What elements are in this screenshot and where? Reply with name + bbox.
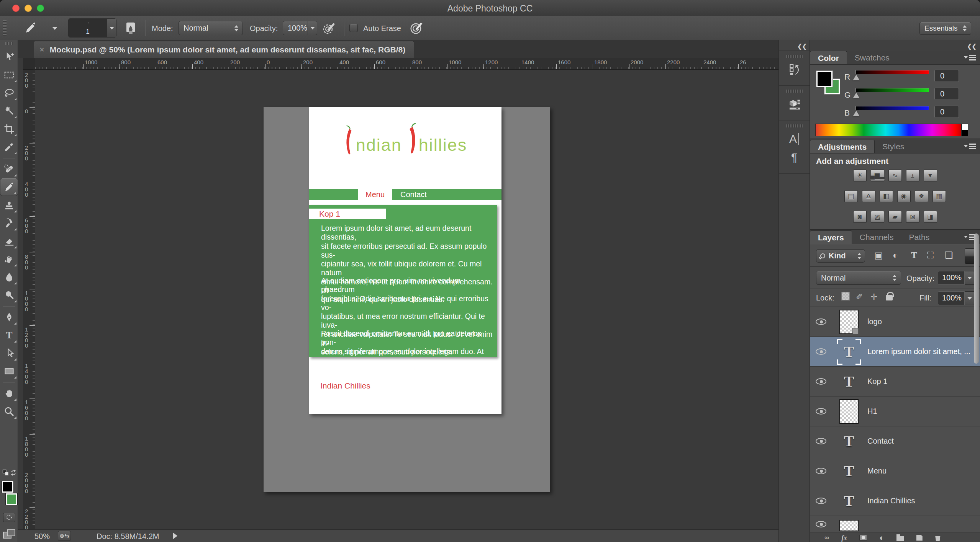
pixel-layer-filter-icon[interactable]: ▣	[874, 250, 883, 261]
rectangle-tool[interactable]	[0, 362, 18, 380]
history-brush-tool[interactable]	[0, 214, 18, 232]
auto-erase-checkbox[interactable]	[349, 24, 358, 32]
layer-visibility-cell[interactable]	[810, 307, 832, 336]
crop-tool[interactable]	[0, 120, 18, 138]
move-tool[interactable]	[0, 48, 18, 66]
threshold-icon[interactable]: ▰	[888, 211, 902, 223]
mode-dropdown[interactable]: Normal	[179, 21, 243, 35]
tool-preset-picker-icon[interactable]	[123, 21, 138, 37]
channel-gradient-slider[interactable]	[855, 88, 929, 92]
lock-position-icon[interactable]: ✛	[870, 292, 877, 302]
channel-value[interactable]: 0	[934, 70, 959, 82]
dock-grip[interactable]	[786, 55, 803, 58]
vibrance-icon[interactable]: ▼	[924, 170, 937, 181]
foreground-color-swatch[interactable]	[2, 481, 13, 493]
clone-stamp-tool[interactable]	[0, 196, 18, 214]
lasso-tool[interactable]	[0, 84, 18, 102]
layer-name[interactable]: Indian Chillies	[866, 496, 915, 505]
new-layer-icon[interactable]	[916, 535, 923, 541]
channel-value[interactable]: 0	[934, 106, 959, 118]
eye-icon[interactable]	[816, 498, 826, 504]
eye-icon[interactable]	[816, 468, 826, 474]
foreground-background-swatches[interactable]	[2, 481, 17, 507]
tab-layers[interactable]: Layers	[810, 230, 852, 244]
brush-preset-picker[interactable]: 1	[68, 18, 116, 38]
character-panel-icon[interactable]: A	[785, 131, 803, 147]
layer-visibility-cell[interactable]	[810, 456, 832, 486]
add-mask-icon[interactable]	[859, 535, 867, 540]
lock-all-icon[interactable]	[886, 295, 893, 300]
brush-picker-caret-icon[interactable]	[107, 19, 116, 37]
paint-bucket-tool[interactable]	[0, 250, 18, 268]
layer-filter-kind-dropdown[interactable]: Kind	[816, 249, 865, 263]
pencil-tool[interactable]	[0, 178, 18, 196]
tab-styles[interactable]: Styles	[875, 140, 912, 153]
layer-fill-dropdown[interactable]: 100%	[938, 291, 975, 305]
photo-filter-icon[interactable]: ◉	[897, 190, 911, 202]
options-bar-grip[interactable]	[3, 20, 7, 36]
close-tab-icon[interactable]: ×	[39, 45, 44, 55]
filter-toggle-switch[interactable]	[965, 248, 975, 264]
panel-menu-icon[interactable]	[966, 143, 976, 150]
horizontal-ruler[interactable]: 1000800600400200020040060080010001200140…	[35, 58, 778, 70]
properties-panel-icon[interactable]	[785, 96, 803, 112]
layer-thumbnail[interactable]: T	[837, 339, 861, 365]
history-panel-icon[interactable]	[785, 62, 803, 77]
layer-row[interactable]: logo	[810, 307, 980, 337]
tab-swatches[interactable]: Swatches	[847, 51, 897, 64]
layer-row[interactable]: TLorem ipsum dolor sit amet, ...	[810, 337, 980, 367]
layer-visibility-cell[interactable]	[810, 397, 832, 426]
new-adjustment-layer-icon[interactable]: ◐	[879, 534, 884, 542]
layer-thumbnail[interactable]	[839, 520, 859, 531]
invert-icon[interactable]: ◙	[853, 211, 867, 223]
link-layers-icon[interactable]: ∞	[824, 534, 829, 542]
tool-options-caret-icon[interactable]	[52, 27, 57, 30]
dodge-tool[interactable]	[0, 286, 18, 304]
status-menu-arrow-icon[interactable]	[173, 532, 177, 539]
layer-thumbnail[interactable]: T	[844, 492, 854, 510]
layer-row[interactable]	[810, 516, 980, 533]
swap-colors-icon[interactable]	[10, 469, 17, 478]
layer-opacity-dropdown[interactable]: 100%	[938, 271, 975, 285]
rectangular-marquee-tool[interactable]	[0, 66, 18, 84]
gradient-map-icon[interactable]: ◨	[924, 211, 937, 223]
channel-value[interactable]: 0	[934, 88, 959, 100]
eye-icon[interactable]	[816, 318, 826, 325]
delete-layer-icon[interactable]	[935, 536, 941, 541]
tools-panel-grip[interactable]	[5, 42, 13, 45]
layer-thumbnail[interactable]: T	[844, 462, 854, 480]
tab-paths[interactable]: Paths	[901, 230, 937, 244]
layer-name[interactable]: Kop 1	[866, 377, 887, 386]
eye-icon[interactable]	[816, 521, 826, 527]
layers-scrollbar[interactable]	[974, 233, 979, 364]
lock-transparency-icon[interactable]	[841, 292, 850, 300]
layer-thumbnail[interactable]: T	[844, 372, 854, 390]
status-gears-icon[interactable]: ⊛⇆	[58, 531, 71, 541]
layer-visibility-cell[interactable]	[810, 516, 832, 532]
channel-slider-thumb[interactable]	[853, 75, 860, 80]
layer-visibility-cell[interactable]	[810, 426, 832, 456]
levels-icon[interactable]: ▄▆▂	[871, 170, 884, 181]
new-group-icon[interactable]	[896, 536, 904, 541]
layer-visibility-cell[interactable]	[810, 486, 832, 516]
color-balance-icon[interactable]: ∆	[862, 190, 875, 202]
blur-tool[interactable]	[0, 268, 18, 286]
channel-gradient-slider[interactable]	[855, 70, 929, 74]
airbrush-icon[interactable]	[322, 21, 336, 37]
layer-name[interactable]: Menu	[866, 467, 887, 475]
eraser-tool[interactable]	[0, 232, 18, 250]
screen-mode-button[interactable]	[3, 529, 15, 539]
layer-visibility-cell[interactable]	[810, 337, 832, 366]
channel-mixer-icon[interactable]: ❖	[915, 190, 928, 202]
tablet-pressure-icon[interactable]	[409, 21, 424, 37]
layer-name[interactable]: H1	[866, 407, 877, 416]
panel-menu-icon[interactable]	[966, 54, 976, 61]
exposure-icon[interactable]: ±	[906, 170, 919, 181]
quick-mask-button[interactable]	[3, 513, 15, 522]
spot-healing-brush-tool[interactable]	[0, 160, 18, 178]
pen-tool[interactable]	[0, 308, 18, 326]
zoom-level-value[interactable]: 50%	[34, 532, 50, 541]
posterize-icon[interactable]: ▨	[871, 211, 884, 223]
document-tab[interactable]: × Mockup.psd @ 50% (Lorem ipsum dolor si…	[34, 41, 414, 58]
black-white-icon[interactable]: ◧	[880, 190, 893, 202]
